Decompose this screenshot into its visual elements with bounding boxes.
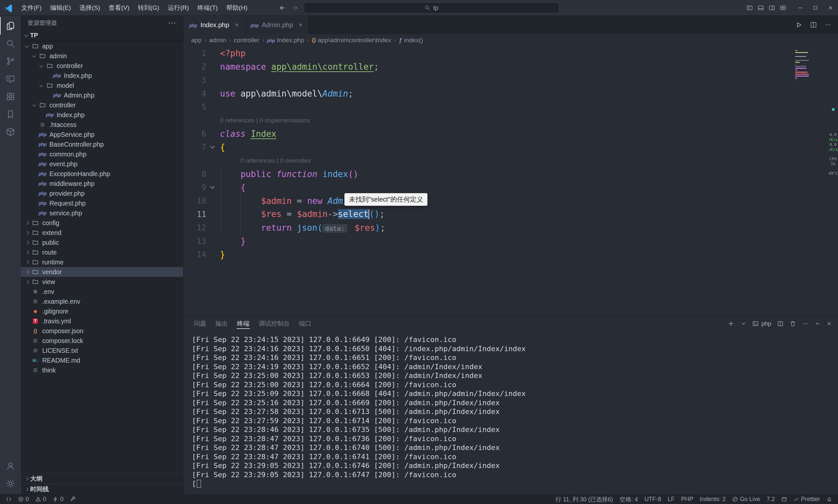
status-left-warning-2[interactable]: 0 [32,494,50,504]
status-right-text-2[interactable]: UTF-8 [641,494,664,504]
terminal-prompt[interactable]: [ [192,479,838,488]
kill-terminal-icon[interactable] [789,320,796,327]
code-line-2[interactable]: 2namespace app\admin\controller; [183,60,838,73]
code-line-13[interactable]: 13 } [183,234,838,248]
tree-item-LICENSE.txt[interactable]: LICENSE.txt [21,346,183,356]
breadcrumb-item-3[interactable]: phpIndex.php [267,37,304,44]
sidebar-section-大纲[interactable]: 大纲 [21,473,183,484]
status-right-text-7[interactable]: 7.2 [763,494,778,504]
code-line-7[interactable]: 7{ [183,140,838,154]
tree-item-.example.env[interactable]: .example.env [21,296,183,306]
menu-item-1[interactable]: 编辑(E) [46,0,75,15]
status-left-remote-0[interactable] [3,494,15,504]
command-center-search[interactable]: tp [304,2,559,14]
close-panel-icon[interactable] [826,321,832,327]
tree-item-controller[interactable]: controller [21,100,183,110]
back-button[interactable] [279,4,286,12]
sidebar-section-时间线[interactable]: 时间线 [21,484,183,494]
menu-item-3[interactable]: 查看(V) [104,0,133,15]
status-right-text-3[interactable]: LF [664,494,678,504]
status-right-circle-slash-6[interactable]: Go Live [729,494,763,504]
terminal-profile-chevron-icon[interactable] [741,321,746,327]
breadcrumb-item-5[interactable]: ƒindex() [399,37,423,44]
status-right-text-0[interactable]: 行 11, 列 30 (已选择6) [552,494,617,504]
menu-item-4[interactable]: 转到(G) [133,0,163,15]
tree-item-think[interactable]: think [21,365,183,375]
search-icon[interactable] [0,35,21,52]
tree-item-.htaccess[interactable]: .htaccess [21,120,183,130]
status-right-bell-10[interactable] [823,494,835,504]
scm-icon[interactable] [0,52,21,70]
tree-item-.env[interactable]: .env [21,287,183,296]
tree-item-view[interactable]: view [21,277,183,287]
panel-tab-问题[interactable]: 问题 [189,316,211,331]
menu-item-0[interactable]: 文件(F) [17,0,46,15]
project-root-header[interactable]: TP [21,30,183,40]
breadcrumb-item-1[interactable]: admin [209,37,226,44]
tree-item-middleware.php[interactable]: phpmiddleware.php [21,179,183,188]
package-icon[interactable] [0,123,21,141]
tree-item-public[interactable]: public [21,238,183,248]
code-line-5[interactable]: 5 [183,100,838,113]
split-editor-icon[interactable] [810,21,817,29]
breadcrumb-item-2[interactable]: controller [234,37,259,44]
menu-item-7[interactable]: 帮助(H) [222,0,251,15]
tree-item-Index.php[interactable]: phpIndex.php [21,71,183,80]
explorer-more-actions-icon[interactable]: ⋯ [168,18,176,28]
editor-pane[interactable]: 1<?php2namespace app\admin\controller;34… [183,47,838,316]
status-right-check-9[interactable]: Prettier [790,494,823,504]
menu-item-2[interactable]: 选择(S) [75,0,104,15]
panel-more-actions-icon[interactable] [802,320,808,327]
status-right-browser-8[interactable] [778,494,790,504]
panel-tab-终端[interactable]: 终端 [232,316,254,331]
status-left-lightning-3[interactable]: 0 [50,494,67,504]
code-line-14[interactable]: 14} [183,248,838,261]
codelens-link[interactable]: 0 references | 0 overrides [220,157,311,164]
tree-item-route[interactable]: route [21,248,183,257]
breadcrumb-item-0[interactable]: app [191,37,202,44]
status-right-text-1[interactable]: 空格: 4 [617,494,641,504]
code-line-10[interactable]: 10 $admin = new Admin(); [183,194,838,208]
code-line-11[interactable]: 11 $res = $admin->select(); [183,208,838,221]
close-window-button[interactable] [823,0,838,15]
tree-item-README.md[interactable]: M↓README.md [21,356,183,365]
tree-item-composer.json[interactable]: {}composer.json [21,326,183,336]
toggle-sidebar-icon[interactable] [745,3,754,13]
tree-item-app[interactable]: app [21,41,183,51]
panel-tab-输出[interactable]: 输出 [211,316,232,331]
bookmarks-icon[interactable] [0,105,21,123]
remote-icon[interactable] [0,70,21,88]
status-left-wrench-4[interactable] [67,494,79,504]
tree-item-config[interactable]: config [21,218,183,228]
explorer-icon[interactable] [0,17,21,35]
toggle-panel-icon[interactable] [756,3,765,13]
status-right-text-5[interactable]: Indents: 2 [697,494,729,504]
run-code-icon[interactable] [795,21,803,29]
new-terminal-icon[interactable] [727,320,734,327]
code-line-9[interactable]: 9 { [183,181,838,194]
status-left-error-1[interactable]: 0 [15,494,32,504]
breadcrumb-item-4[interactable]: {}app\admin\controller\Index [312,37,391,44]
minimap[interactable] [795,49,810,82]
code-line-4[interactable]: 4use app\admin\model\Admin; [183,87,838,100]
forward-button[interactable] [291,4,299,12]
tree-item-runtime[interactable]: runtime [21,257,183,267]
settings-icon[interactable] [0,474,21,492]
close-tab-icon[interactable]: × [235,22,239,29]
menu-item-6[interactable]: 终端(T) [193,0,222,15]
tree-item-vendor[interactable]: vendor [21,267,183,277]
tree-item-provider.php[interactable]: phpprovider.php [21,188,183,198]
status-right-text-4[interactable]: PHP [678,494,697,504]
codelens-link[interactable]: 0 references | 0 implementations [220,117,310,124]
tab-Admin.php[interactable]: phpAdmin.php× [245,16,309,34]
tree-item-AppService.php[interactable]: phpAppService.php [21,130,183,140]
fold-icon[interactable] [206,146,219,148]
terminal-profile[interactable]: php [752,320,771,327]
code-line-8[interactable]: 8 public function index() [183,167,838,181]
tree-item-extend[interactable]: extend [21,228,183,238]
panel-tab-端口[interactable]: 端口 [294,316,316,331]
toggle-secondary-sidebar-icon[interactable] [767,3,777,13]
tab-Index.php[interactable]: phpIndex.php× [183,16,245,34]
terminal-output[interactable]: [Fri Sep 22 23:24:15 2023] 127.0.0.1:664… [183,331,838,494]
fold-icon[interactable] [206,186,219,188]
